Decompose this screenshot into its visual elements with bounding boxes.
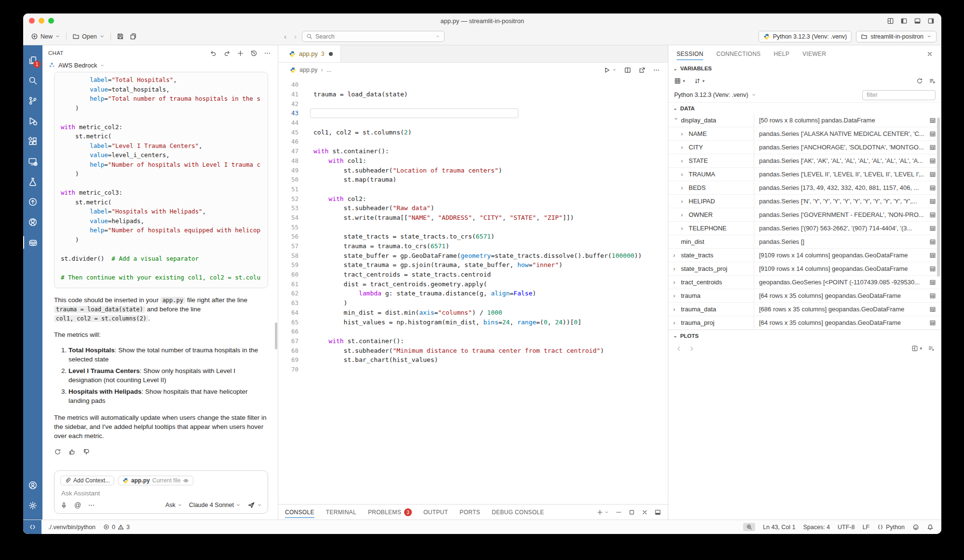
previous-plot-icon[interactable] [675, 345, 682, 352]
sidebar-item-publish[interactable] [23, 192, 42, 212]
clear-objects-icon[interactable] [929, 78, 936, 84]
variable-name-cell[interactable]: ›NAME [668, 127, 754, 140]
editor-line[interactable]: 66 [278, 327, 668, 336]
status-encoding[interactable]: UTF-8 [838, 524, 855, 531]
editor-line[interactable]: 50 st.map(trauma) [278, 175, 668, 185]
chevron-down-icon[interactable] [435, 34, 440, 39]
clear-plots-icon[interactable] [928, 345, 935, 352]
group-view-icon[interactable] [674, 78, 681, 84]
next-plot-icon[interactable] [688, 345, 695, 352]
close-panel-icon[interactable] [641, 509, 648, 516]
variable-name-cell[interactable]: min_dist [668, 235, 754, 248]
feedback-smiley-icon[interactable] [912, 524, 919, 531]
editor-line[interactable]: 67 with st.container(): [278, 336, 668, 346]
open-in-data-viewer-button[interactable] [924, 303, 941, 316]
editor-line[interactable]: 57 trauma = trauma.to_crs(6571) [278, 241, 668, 251]
thumbs-down-icon[interactable] [83, 448, 90, 455]
variable-row[interactable]: ›TRAUMApandas.Series ['LEVEL II', 'LEVEL… [668, 168, 941, 181]
variable-row[interactable]: ›NAMEpandas.Series ['ALASKA NATIVE MEDIC… [668, 127, 941, 141]
editor-line[interactable]: 45col1, col2 = st.columns(2) [278, 127, 668, 137]
editor-line[interactable]: 44 [278, 118, 668, 128]
tab-output[interactable]: OUTPUT [423, 505, 448, 520]
open-in-data-viewer-button[interactable] [924, 289, 941, 302]
chat-input-box[interactable]: Add Context... app.py Current file Ask A… [54, 470, 268, 514]
editor-line[interactable]: 62 lambda g: state_trauma.distance(g, al… [278, 289, 668, 298]
variable-row[interactable]: ›trauma[64 rows x 35 columns] geopandas.… [668, 289, 941, 303]
chat-message-list[interactable]: label="Total Hospitals", value=total_hos… [42, 72, 278, 467]
variable-name-cell[interactable]: ›BEDS [668, 181, 754, 194]
settings-button[interactable] [23, 495, 42, 516]
variable-name-cell[interactable]: ›TELEPHONE [668, 222, 754, 235]
expand-chevron-icon[interactable]: › [681, 226, 686, 231]
variable-name-cell[interactable]: ›OWNER [668, 208, 754, 221]
variables-scrollbar[interactable] [937, 118, 940, 277]
editor-line[interactable]: 49 st.subheader("Location of trauma cent… [278, 165, 668, 175]
sort-icon[interactable] [694, 78, 701, 84]
variable-row[interactable]: ›trauma_data[686 rows x 35 columns] geop… [668, 303, 941, 316]
more-actions-icon[interactable] [264, 50, 271, 57]
undo-icon[interactable] [210, 50, 217, 57]
editor-line[interactable]: 42 [278, 99, 668, 108]
plots-section-header[interactable]: ⌄PLOTS [668, 330, 941, 341]
editor-line[interactable]: 41trauma = load_data(state) [278, 90, 668, 99]
editor-line[interactable]: 53 st.subheader("Raw data") [278, 203, 668, 213]
expand-chevron-icon[interactable]: › [681, 185, 686, 191]
editor-line[interactable]: 55 [278, 222, 668, 232]
refresh-icon[interactable] [916, 78, 923, 84]
chat-provider-selector[interactable]: AWS Bedrock [42, 61, 278, 72]
plot-layout-button[interactable]: ▾ [911, 345, 922, 352]
expand-chevron-icon[interactable]: › [681, 172, 686, 177]
variable-row[interactable]: ›STATEpandas.Series ['AK', 'AK', 'AL', '… [668, 154, 941, 168]
navigate-forward-button[interactable]: › [294, 32, 297, 40]
variable-row[interactable]: ›HELIPADpandas.Series ['N', 'Y', 'Y', 'Y… [668, 195, 941, 208]
save-button[interactable] [114, 31, 127, 42]
variable-row[interactable]: ›trauma_proj[64 rows x 35 columns] geopa… [668, 316, 941, 330]
tab-session[interactable]: SESSION [677, 45, 703, 63]
thumbs-up-icon[interactable] [68, 448, 76, 455]
editor-line[interactable]: 54 st.write(trauma[["NAME", "ADDRESS", "… [278, 213, 668, 223]
toggle-left-panel-icon[interactable] [900, 17, 908, 25]
variable-row[interactable]: ›CITYpandas.Series ['ANCHORAGE', 'SOLDOT… [668, 141, 941, 154]
variables-filter-input[interactable]: filter [862, 90, 936, 100]
save-all-button[interactable] [127, 31, 140, 42]
unsaved-dot-icon[interactable] [329, 52, 333, 56]
chat-history-icon[interactable] [250, 50, 258, 57]
tab-terminal[interactable]: TERMINAL [326, 505, 356, 520]
editor-line[interactable]: 64 min_dist = dist.min(axis="columns") /… [278, 308, 668, 318]
variable-name-cell[interactable]: ›state_tracts [668, 249, 754, 262]
sidebar-item-testing[interactable] [23, 172, 42, 192]
variable-name-cell[interactable]: ›HELIPAD [668, 195, 754, 208]
expand-chevron-icon[interactable]: › [673, 307, 679, 312]
status-python-path[interactable]: ./.venv/bin/python [48, 524, 95, 531]
expand-chevron-icon[interactable]: › [673, 320, 679, 326]
expand-chevron-icon[interactable]: › [681, 212, 686, 218]
open-in-data-viewer-button[interactable] [924, 316, 941, 329]
editor-line[interactable]: 60 tract_centroids = state_tracts.centro… [278, 270, 668, 280]
model-selector[interactable]: Claude 4 Sonnet [189, 502, 241, 508]
chat-input-placeholder[interactable]: Ask Assistant [60, 490, 262, 497]
close-window-button[interactable] [29, 18, 35, 24]
editor-line[interactable]: 40 [278, 80, 668, 90]
add-context-button[interactable]: Add Context... [60, 476, 114, 485]
variable-row[interactable]: ›tract_centroidsgeopandas.GeoSeries [<PO… [668, 276, 941, 289]
new-chat-icon[interactable] [237, 50, 244, 57]
breadcrumb[interactable]: app.py › ... [290, 67, 331, 73]
variable-row[interactable]: ›state_tracts_proj[9109 rows x 14 column… [668, 262, 941, 276]
variables-section-header[interactable]: ⌄VARIABLES [668, 63, 941, 74]
code-editor[interactable]: 4041trauma = load_data(state)42434445col… [278, 77, 668, 504]
tab-ports[interactable]: PORTS [460, 505, 480, 520]
close-icon[interactable] [926, 51, 933, 57]
expand-chevron-icon[interactable]: › [673, 253, 679, 258]
expand-chevron-icon[interactable]: › [681, 199, 686, 204]
editor-line[interactable]: 69 st.bar_chart(hist_values) [278, 355, 668, 365]
variable-name-cell[interactable]: ›TRAUMA [668, 168, 754, 181]
tab-problems[interactable]: PROBLEMS 3 [368, 505, 412, 520]
variable-row[interactable]: ›TELEPHONEpandas.Series ['(907) 563-2662… [668, 222, 941, 235]
more-options-icon[interactable] [88, 502, 95, 509]
toggle-bottom-panel-icon[interactable] [914, 17, 921, 25]
editor-line[interactable]: 48 with col1: [278, 156, 668, 166]
variable-name-cell[interactable]: ›state_tracts_proj [668, 262, 754, 275]
chat-scrollbar[interactable] [275, 322, 277, 349]
maximize-panel-icon[interactable] [628, 509, 635, 516]
open-button[interactable]: Open [69, 31, 108, 42]
